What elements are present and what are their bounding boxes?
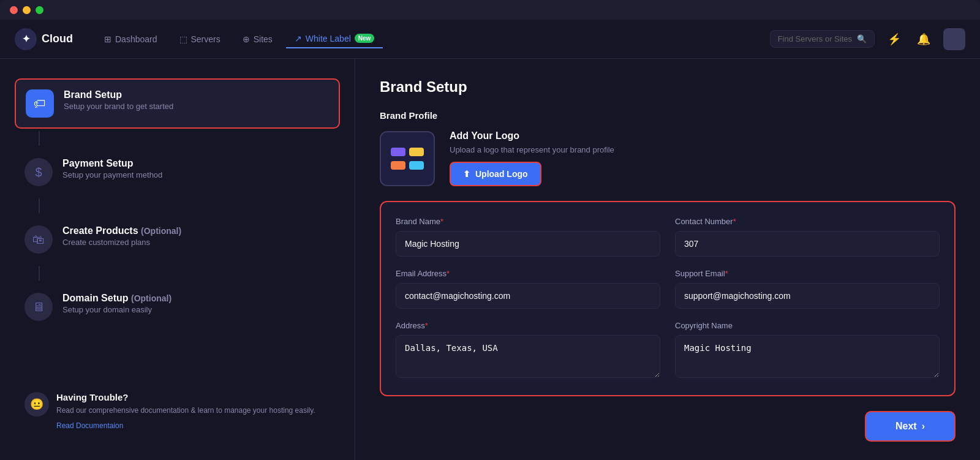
create-products-subtitle: Create customized plans xyxy=(62,238,330,247)
logo-preview xyxy=(380,131,435,186)
content-area: Brand Setup Brand Profile Add Your Logo xyxy=(355,59,980,460)
trouble-description: Read our comprehensive documentation & l… xyxy=(56,405,315,416)
email-address-group: Email Address* xyxy=(396,269,660,309)
contact-number-group: Contact Number* xyxy=(675,217,940,257)
contact-number-label: Contact Number* xyxy=(675,217,940,226)
required-mark-4: * xyxy=(725,269,728,278)
logo-row-1 xyxy=(391,148,424,156)
brand-profile-label: Brand Profile xyxy=(380,110,956,121)
search-bar[interactable]: Find Servers or Sites 🔍 xyxy=(770,30,875,48)
logo-placeholder xyxy=(391,148,424,170)
maximize-button[interactable] xyxy=(36,6,43,14)
brand-setup-title: Brand Setup xyxy=(64,89,329,100)
domain-setup-subtitle: Setup your domain easily xyxy=(62,305,330,314)
content-footer: Next › xyxy=(380,411,956,442)
traffic-lights xyxy=(10,6,43,14)
bell-icon[interactable]: 🔔 xyxy=(914,29,933,49)
search-icon: 🔍 xyxy=(857,34,867,43)
page-title: Brand Setup xyxy=(380,78,956,96)
sidebar: 🏷 Brand Setup Setup your brand to get st… xyxy=(0,59,355,460)
nav-items: ⊞ Dashboard ⬚ Servers ⊕ Sites ↗ White La… xyxy=(96,30,750,48)
domain-setup-text: Domain Setup (Optional) Setup your domai… xyxy=(62,293,330,314)
window-chrome xyxy=(0,0,980,20)
address-label: Address* xyxy=(396,321,660,330)
domain-setup-title: Domain Setup (Optional) xyxy=(62,293,330,304)
app-logo[interactable]: ✦ Cloud xyxy=(15,28,76,50)
white-label-icon: ↗ xyxy=(295,34,302,43)
domain-setup-icon: 🖥 xyxy=(24,293,53,321)
minimize-button[interactable] xyxy=(23,6,31,14)
step-connector-3 xyxy=(39,266,40,281)
nav-sites[interactable]: ⊕ Sites xyxy=(234,31,281,48)
logo-dot-teal xyxy=(409,161,424,170)
contact-number-input[interactable] xyxy=(675,231,940,257)
payment-setup-title: Payment Setup xyxy=(62,158,330,169)
next-arrow-icon: › xyxy=(922,421,925,432)
nav-servers[interactable]: ⬚ Servers xyxy=(171,31,229,48)
nav-dashboard[interactable]: ⊞ Dashboard xyxy=(96,31,166,48)
logo-row-2 xyxy=(391,161,424,170)
required-mark-2: * xyxy=(733,217,736,226)
servers-icon: ⬚ xyxy=(179,34,187,44)
payment-setup-icon: $ xyxy=(24,158,53,186)
read-documentation-link[interactable]: Read Documentaion xyxy=(56,421,123,430)
support-email-input[interactable] xyxy=(675,283,940,309)
logo-upload-section: Add Your Logo Upload a logo that represe… xyxy=(380,130,956,186)
logo-text: Cloud xyxy=(42,32,73,45)
required-mark-3: * xyxy=(447,269,450,278)
brand-setup-icon: 🏷 xyxy=(26,89,54,118)
create-products-title: Create Products (Optional) xyxy=(62,225,330,236)
nav-white-label[interactable]: ↗ White Label New xyxy=(286,30,383,48)
copyright-name-group: Copyright Name xyxy=(675,321,940,380)
email-address-label: Email Address* xyxy=(396,269,660,278)
new-badge: New xyxy=(355,34,375,43)
copyright-name-label: Copyright Name xyxy=(675,321,940,330)
close-button[interactable] xyxy=(10,6,18,14)
payment-setup-text: Payment Setup Setup your payment method xyxy=(62,158,330,179)
logo-icon: ✦ xyxy=(15,28,37,50)
required-mark-5: * xyxy=(425,321,428,330)
trouble-section: 😐 Having Trouble? Read our comprehensive… xyxy=(15,382,340,440)
create-products-icon: 🛍 xyxy=(24,225,53,254)
logo-dot-orange xyxy=(391,161,405,170)
next-button[interactable]: Next › xyxy=(865,411,956,442)
upload-info: Add Your Logo Upload a logo that represe… xyxy=(450,130,614,186)
upload-description: Upload a logo that represent your brand … xyxy=(450,145,614,154)
email-address-input[interactable] xyxy=(396,283,660,309)
trouble-title: Having Trouble? xyxy=(56,392,315,402)
support-email-label: Support Email* xyxy=(675,269,940,278)
search-placeholder-text: Find Servers or Sites xyxy=(778,34,852,43)
support-email-group: Support Email* xyxy=(675,269,940,309)
upload-logo-button[interactable]: ⬆ Upload Logo xyxy=(450,162,541,186)
brand-name-group: Brand Name* xyxy=(396,217,660,257)
brand-name-input[interactable] xyxy=(396,231,660,257)
dashboard-icon: ⊞ xyxy=(104,34,111,44)
required-mark: * xyxy=(440,217,443,226)
sites-icon: ⊕ xyxy=(243,34,250,44)
avatar[interactable] xyxy=(943,28,965,50)
main-layout: 🏷 Brand Setup Setup your brand to get st… xyxy=(0,59,980,460)
logo-dot-purple xyxy=(391,148,405,156)
step-brand-setup[interactable]: 🏷 Brand Setup Setup your brand to get st… xyxy=(15,78,340,129)
form-row-1: Brand Name* Contact Number* xyxy=(396,217,940,257)
copyright-name-input[interactable] xyxy=(675,335,940,378)
address-group: Address* xyxy=(396,321,660,380)
brand-form: Brand Name* Contact Number* Email Addres… xyxy=(380,201,956,396)
step-connector-2 xyxy=(39,198,40,213)
brand-name-label: Brand Name* xyxy=(396,217,660,226)
step-create-products[interactable]: 🛍 Create Products (Optional) Create cust… xyxy=(15,216,340,263)
top-navigation: ✦ Cloud ⊞ Dashboard ⬚ Servers ⊕ Sites ↗ … xyxy=(0,20,980,59)
brand-setup-subtitle: Setup your brand to get started xyxy=(64,102,329,111)
create-products-text: Create Products (Optional) Create custom… xyxy=(62,225,330,247)
address-input[interactable] xyxy=(396,335,660,378)
step-connector-1 xyxy=(39,131,40,146)
step-payment-setup[interactable]: $ Payment Setup Setup your payment metho… xyxy=(15,148,340,196)
upload-title: Add Your Logo xyxy=(450,130,614,141)
step-domain-setup[interactable]: 🖥 Domain Setup (Optional) Setup your dom… xyxy=(15,283,340,331)
trouble-icon: 😐 xyxy=(24,392,49,417)
trouble-content: Having Trouble? Read our comprehensive d… xyxy=(56,392,315,431)
upload-icon: ⬆ xyxy=(463,169,470,179)
form-row-3: Address* Copyright Name xyxy=(396,321,940,380)
pulse-icon[interactable]: ⚡ xyxy=(884,29,904,49)
nav-right: Find Servers or Sites 🔍 ⚡ 🔔 xyxy=(770,28,965,50)
